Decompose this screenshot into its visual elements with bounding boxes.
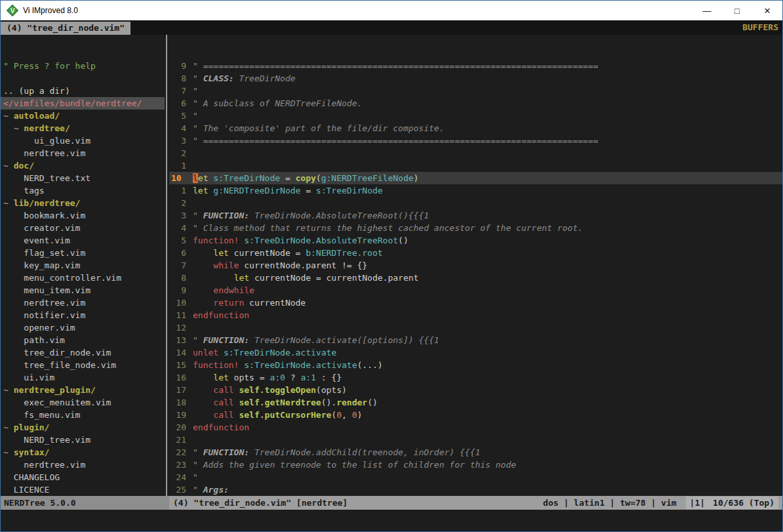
tree-row[interactable]: creator.vim (3, 222, 165, 234)
close-button[interactable]: ✕ (752, 1, 782, 20)
tree-row[interactable]: tree_dir_node.vim (3, 346, 165, 359)
code-line[interactable]: 2 (169, 197, 782, 209)
tree-row[interactable]: .. (up a dir) (3, 85, 165, 97)
code-text: let currentNode = b:NERDTree.root (193, 247, 383, 259)
maximize-button[interactable]: □ (722, 1, 752, 20)
code-line[interactable]: 24" (169, 471, 782, 483)
code-line[interactable]: 20endfunction (169, 421, 782, 434)
tree-row (3, 72, 165, 85)
code-line[interactable]: 23" Adds the given treenode to the list … (169, 459, 782, 471)
code-text: " A subclass of NERDTreeFileNode. (193, 97, 362, 110)
line-number: 17 (169, 384, 186, 396)
tree-row[interactable]: ~ plugin/ (3, 421, 165, 434)
tree-row[interactable]: menu_controller.vim (3, 272, 165, 284)
cursor: l (193, 173, 198, 183)
code-line[interactable]: 5function! s:TreeDirNode.AbsoluteTreeRoo… (169, 234, 782, 247)
tree-row[interactable]: LICENCE (3, 483, 165, 496)
tab-tree-dir-node[interactable]: (4) "tree_dir_node.vim" (1, 22, 130, 35)
code-line[interactable]: 17 call self.toggleOpen(opts) (169, 384, 782, 396)
tree-row[interactable]: ~ nerdtree_plugin/ (3, 384, 165, 396)
tree-row[interactable]: ~ doc/ (3, 159, 165, 172)
code-line[interactable]: 25" Args: (169, 483, 782, 496)
editor-panel[interactable]: 9" =====================================… (169, 35, 782, 496)
code-line[interactable]: 1 (169, 159, 782, 172)
code-text: return currentNode (193, 297, 306, 309)
code-line[interactable]: 12 (169, 321, 782, 334)
tree-row[interactable]: opener.vim (3, 321, 165, 334)
tree-row[interactable]: </vimfiles/bundle/nerdtree/ (3, 97, 165, 110)
code-line[interactable]: 10 return currentNode (169, 297, 782, 309)
code-line[interactable]: 22" FUNCTION: TreeDirNode.addChild(treen… (169, 446, 782, 459)
tree-row[interactable]: path.vim (3, 334, 165, 346)
code-text: call self.toggleOpen(opts) (193, 384, 347, 396)
tree-row[interactable]: ~ autoload/ (3, 110, 165, 122)
buffers-label: BUFFERS (742, 22, 778, 32)
code-line[interactable]: 7" (169, 85, 782, 97)
tree-row[interactable]: exec_menuitem.vim (3, 396, 165, 409)
tree-row[interactable]: NERD_tree.txt (3, 172, 165, 184)
code-line[interactable]: 11endfunction (169, 309, 782, 321)
minimize-button[interactable]: — (692, 1, 722, 20)
tree-row[interactable]: nerdtree.vim (3, 297, 165, 309)
code-text: endwhile (193, 284, 254, 297)
code-text: let g:NERDTreeDirNode = s:TreeDirNode (193, 184, 383, 197)
line-number: 16 (169, 371, 186, 384)
code-line[interactable]: 9" =====================================… (169, 60, 782, 72)
code-text: let s:TreeDirNode = copy(g:NERDTreeFileN… (193, 172, 418, 184)
code-line[interactable]: 3" FUNCTION: TreeDirNode.AbsoluteTreeRoo… (169, 209, 782, 222)
tree-row[interactable]: tags (3, 184, 165, 197)
code-line[interactable]: 7 while currentNode.parent != {} (169, 259, 782, 272)
code-line[interactable]: 6" A subclass of NERDTreeFileNode. (169, 97, 782, 110)
code-line[interactable]: 18 call self.getNerdtree().render() (169, 396, 782, 409)
code-line[interactable]: 21 (169, 434, 782, 446)
code-line[interactable]: 15function! s:TreeDirNode.activate(...) (169, 359, 782, 371)
code-line[interactable]: 3" =====================================… (169, 134, 782, 147)
code-line[interactable]: 9 endwhile (169, 284, 782, 297)
code-line[interactable]: 16 let opts = a:0 ? a:1 : {} (169, 371, 782, 384)
tree-row[interactable]: CHANGELOG (3, 471, 165, 483)
code-line[interactable]: 19 call self.putCursorHere(0, 0) (169, 409, 782, 421)
code-line[interactable]: 2 (169, 147, 782, 159)
tree-row[interactable]: event.vim (3, 234, 165, 247)
tree-row[interactable]: " Press ? for help (3, 60, 165, 72)
tree-row[interactable]: nerdtree.vim (3, 147, 165, 159)
nerdtree-panel[interactable]: " Press ? for help .. (up a dir)</vimfil… (1, 35, 165, 496)
window-separator[interactable] (165, 35, 169, 496)
tree-row[interactable]: ~ lib/nerdtree/ (3, 197, 165, 209)
line-number: 22 (169, 446, 186, 459)
code-text: endfunction (193, 421, 249, 434)
tree-row[interactable]: fs_menu.vim (3, 409, 165, 421)
tree-row[interactable]: ui_glue.vim (3, 134, 165, 147)
tree-row[interactable]: ~ nerdtree/ (3, 122, 165, 134)
tree-row[interactable]: tree_file_node.vim (3, 359, 165, 371)
code-line[interactable]: 5" (169, 110, 782, 122)
statusline-flags: dos | latin1 | tw=78 | vim (543, 497, 677, 509)
tree-row[interactable]: ui.vim (3, 371, 165, 384)
code-line[interactable]: 8" CLASS: TreeDirNode (169, 72, 782, 85)
code-line[interactable]: 6 let currentNode = b:NERDTree.root (169, 247, 782, 259)
tree-row[interactable]: flag_set.vim (3, 247, 165, 259)
code-line[interactable]: 1let g:NERDTreeDirNode = s:TreeDirNode (169, 184, 782, 197)
code-line[interactable]: 13" FUNCTION: TreeDirNode.activate([opti… (169, 334, 782, 346)
code-line[interactable]: 8 let currentNode = currentNode.parent (169, 272, 782, 284)
code-line[interactable]: 4" Class method that returns the highest… (169, 222, 782, 234)
tree-row[interactable]: menu_item.vim (3, 284, 165, 297)
line-number: 1 (169, 159, 186, 172)
statusline-right: dos | latin1 | tw=78 | vim |1| 10/636 (T… (543, 497, 778, 509)
code-text: " CLASS: TreeDirNode (193, 72, 296, 85)
titlebar[interactable]: V Vi IMproved 8.0 — □ ✕ (1, 1, 782, 20)
code-line[interactable]: 14unlet s:TreeDirNode.activate (169, 346, 782, 359)
tree-row[interactable]: bookmark.vim (3, 209, 165, 222)
line-number: 14 (169, 346, 186, 359)
code-line[interactable]: 4" The 'composite' part of the file/dir … (169, 122, 782, 134)
code-line[interactable]: 10let s:TreeDirNode = copy(g:NERDTreeFil… (169, 172, 782, 184)
tree-row[interactable]: nerdtree.vim (3, 459, 165, 471)
line-number: 24 (169, 471, 186, 483)
tree-row[interactable]: ~ syntax/ (3, 446, 165, 459)
command-line (1, 510, 782, 531)
code-text: endfunction (193, 309, 249, 321)
tree-row[interactable]: notifier.vim (3, 309, 165, 321)
tree-row[interactable]: key_map.vim (3, 259, 165, 272)
tree-row[interactable]: NERD_tree.vim (3, 434, 165, 446)
code-text: " ======================================… (193, 60, 598, 72)
